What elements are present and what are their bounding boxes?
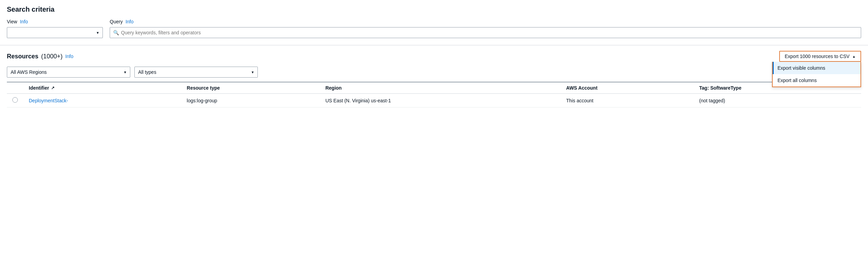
query-label: Query	[110, 19, 123, 24]
row-identifier-link[interactable]: DeploymentStack-	[29, 98, 68, 103]
th-resource-type: Resource type	[181, 82, 320, 94]
export-button[interactable]: Export 1000 resources to CSV ▲	[779, 51, 861, 62]
view-select-wrapper: Default view Custom view ▼	[7, 27, 103, 38]
type-filter-select[interactable]: All types EC2 Instance S3 Bucket Lambda …	[134, 67, 258, 78]
resources-info-link[interactable]: Info	[65, 54, 73, 59]
page-container: Search criteria View Info Default view C…	[0, 0, 868, 262]
row-radio-cell	[7, 94, 23, 107]
row-resource-type-cell: logs:log-group	[181, 94, 320, 107]
query-search-input[interactable]	[110, 27, 861, 38]
search-criteria-section: Search criteria View Info Default view C…	[0, 0, 868, 45]
resources-title-group: Resources (1000+) Info	[7, 53, 73, 60]
th-radio	[7, 82, 23, 94]
export-chevron-icon: ▲	[852, 55, 856, 58]
view-select[interactable]: Default view Custom view	[7, 27, 103, 38]
resources-section: Resources (1000+) Info Export 1000 resou…	[0, 45, 868, 113]
th-region: Region	[320, 82, 560, 94]
export-dropdown: Export visible columns Export all column…	[772, 62, 861, 87]
view-info-link[interactable]: Info	[20, 19, 28, 24]
view-label-row: View Info	[7, 19, 103, 24]
resources-count: (1000+)	[41, 53, 63, 60]
th-identifier: Identifier ↗	[23, 82, 181, 94]
export-button-label: Export 1000 resources to CSV	[785, 54, 849, 59]
resources-table: Identifier ↗ Resource type Region AWS Ac…	[7, 82, 861, 107]
row-region-cell: US East (N. Virginia) us-east-1	[320, 94, 560, 107]
resources-header: Resources (1000+) Info Export 1000 resou…	[7, 51, 861, 62]
region-filter-select[interactable]: All AWS Regions US East (N. Virginia) US…	[7, 67, 130, 78]
form-row: View Info Default view Custom view ▼ Que…	[7, 19, 861, 38]
search-icon: 🔍	[113, 30, 119, 35]
row-tag-software-type-cell: (not tagged)	[694, 94, 861, 107]
resources-table-container: Identifier ↗ Resource type Region AWS Ac…	[7, 82, 861, 107]
export-visible-columns-item[interactable]: Export visible columns	[773, 62, 860, 74]
external-link-icon: ↗	[51, 86, 55, 90]
query-input-wrapper: 🔍	[110, 27, 861, 38]
export-all-columns-item[interactable]: Export all columns	[773, 74, 860, 87]
view-form-group: View Info Default view Custom view ▼	[7, 19, 103, 38]
query-form-group: Query Info 🔍	[110, 19, 861, 38]
query-label-row: Query Info	[110, 19, 861, 24]
resources-title: Resources	[7, 53, 38, 60]
type-filter-wrapper: All types EC2 Instance S3 Bucket Lambda …	[134, 67, 258, 78]
table-row: DeploymentStack- logs:log-group US East …	[7, 94, 861, 107]
filters-row: All AWS Regions US East (N. Virginia) US…	[7, 67, 861, 78]
row-aws-account-cell: This account	[561, 94, 694, 107]
row-identifier-cell: DeploymentStack-	[23, 94, 181, 107]
table-header-row: Identifier ↗ Resource type Region AWS Ac…	[7, 82, 861, 94]
search-criteria-title: Search criteria	[7, 5, 861, 13]
region-filter-wrapper: All AWS Regions US East (N. Virginia) US…	[7, 67, 130, 78]
th-aws-account: AWS Account	[561, 82, 694, 94]
export-button-wrapper: Export 1000 resources to CSV ▲ Export vi…	[779, 51, 861, 62]
view-label: View	[7, 19, 17, 24]
query-info-link[interactable]: Info	[125, 19, 133, 24]
row-radio-button[interactable]	[12, 97, 18, 103]
